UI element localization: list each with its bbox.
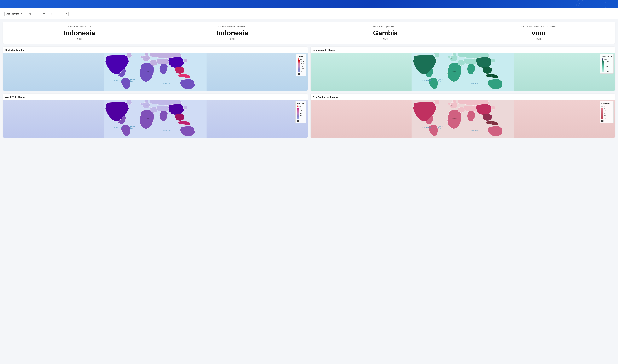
svg-text:Pacific Ocean: Pacific Ocean bbox=[114, 127, 124, 129]
legend-top-val-2: 30 bbox=[299, 105, 301, 107]
stat-sub-0: 2,660 bbox=[6, 38, 153, 40]
legend-title-3: Avg Position bbox=[601, 102, 612, 104]
legend-dot-2 bbox=[297, 105, 298, 107]
svg-text:NORTH: NORTH bbox=[421, 111, 426, 113]
legend-1: Impressions 7,000 7,000 4,667 2,333 bbox=[600, 54, 614, 74]
date-filter-group: Last 6 Months Last 3 Months Last Month L… bbox=[4, 11, 24, 16]
charts-grid: Clicks by Country bbox=[0, 44, 618, 141]
info-icon-2[interactable]: i bbox=[297, 120, 299, 122]
legend-top-val-1: 7,000 bbox=[604, 58, 608, 60]
legend-2: Avg CTR 30 30 24 18 12 6 i bbox=[296, 101, 306, 123]
stat-sub-1: 6,288 bbox=[159, 38, 306, 40]
legend-dot-bar-3: 90 bbox=[601, 105, 612, 107]
info-icon-0[interactable]: i bbox=[298, 73, 300, 75]
svg-text:Atlantic: Atlantic bbox=[438, 78, 443, 80]
svg-text:Oce...: Oce... bbox=[438, 80, 441, 82]
chart-card-0: Clicks by Country bbox=[3, 47, 308, 91]
svg-text:AFRICA: AFRICA bbox=[143, 70, 149, 72]
chart-card-2: Avg CTR by Country bbox=[3, 94, 308, 138]
legend-dot-bar-1: 7,000 bbox=[602, 58, 612, 60]
stat-card-1: Country with Most Impressions Indonesia … bbox=[156, 22, 309, 44]
stat-label-2: Country with Highest Avg CTR bbox=[312, 26, 459, 28]
country-filter-group: All bbox=[50, 11, 69, 16]
svg-text:Oce...: Oce... bbox=[130, 80, 134, 82]
stat-value-2: Gambia bbox=[312, 29, 459, 37]
svg-text:AFRICA: AFRICA bbox=[451, 70, 457, 72]
svg-text:Pacific Ocean: Pacific Ocean bbox=[421, 80, 431, 81]
svg-text:Indian Ocean: Indian Ocean bbox=[470, 83, 479, 84]
map-position: Pacific Ocean Atlantic Oce... Indian Oce… bbox=[310, 100, 615, 138]
svg-text:NORTH: NORTH bbox=[421, 64, 426, 66]
legend-dot-0 bbox=[298, 58, 299, 60]
siteurl-filter-select[interactable]: All bbox=[27, 12, 46, 16]
legend-0: Clicks 2700 2700 2160 1620 1080 5 i bbox=[296, 54, 306, 77]
chart-card-1: Impression by Country bbox=[310, 47, 615, 91]
svg-text:Pacific Ocean: Pacific Ocean bbox=[114, 80, 124, 81]
siteurl-filter-group: All bbox=[27, 11, 46, 16]
legend-top-val-3: 90 bbox=[604, 105, 605, 107]
svg-text:EUR...: EUR... bbox=[451, 58, 455, 59]
stat-card-0: Country with Most Clicks Indonesia 2,660 bbox=[3, 22, 156, 44]
chart-title-2: Avg CTR by Country bbox=[3, 94, 308, 100]
page-header bbox=[0, 0, 618, 8]
legend-dot-bar-2: 30 bbox=[297, 105, 304, 107]
map-impressions: Pacific Ocean Atlantic Oce... Indian Oce… bbox=[310, 52, 615, 91]
svg-text:EUR...: EUR... bbox=[144, 58, 148, 59]
stat-label-3: Country with Highest Avg Site Position bbox=[465, 26, 612, 28]
chart-body-3: Pacific Ocean Atlantic Oce... Indian Oce… bbox=[310, 100, 615, 138]
stat-card-2: Country with Highest Avg CTR Gambia 29.7… bbox=[309, 22, 462, 44]
chart-title-3: Avg Position by Country bbox=[310, 94, 615, 100]
chart-body-1: Pacific Ocean Atlantic Oce... Indian Oce… bbox=[310, 52, 615, 91]
svg-text:AFRICA: AFRICA bbox=[143, 117, 149, 119]
stats-row: Country with Most Clicks Indonesia 2,660… bbox=[3, 22, 615, 44]
svg-text:Indian Ocean: Indian Ocean bbox=[163, 83, 171, 84]
stat-value-0: Indonesia bbox=[6, 29, 153, 37]
stat-label-0: Country with Most Clicks bbox=[6, 26, 153, 28]
svg-text:Pacific Ocean: Pacific Ocean bbox=[421, 127, 431, 129]
date-filter-select[interactable]: Last 6 Months Last 3 Months Last Month L… bbox=[4, 12, 24, 16]
svg-text:Indian Ocean: Indian Ocean bbox=[470, 130, 479, 131]
chart-body-2: Pacific Ocean Atlantic Oce... Indian Oce… bbox=[3, 100, 308, 138]
chart-card-3: Avg Position by Country bbox=[310, 94, 615, 138]
map-clicks: Pacific Ocean Atlantic Oce... Indian Oce… bbox=[3, 52, 308, 91]
chart-body-0: Pacific Ocean Atlantic Oce... Indian Oce… bbox=[3, 52, 308, 91]
stat-label-1: Country with Most Impressions bbox=[159, 26, 306, 28]
svg-text:NORTH: NORTH bbox=[113, 111, 118, 113]
stat-sub-2: 29.72 bbox=[312, 38, 459, 40]
stat-value-3: vnm bbox=[465, 29, 612, 37]
svg-text:Atlantic: Atlantic bbox=[130, 125, 135, 127]
legend-3: Avg Position 90 90 72 54 36 18 i bbox=[600, 101, 614, 123]
filters-bar: Last 6 Months Last 3 Months Last Month L… bbox=[0, 8, 618, 19]
stat-value-1: Indonesia bbox=[159, 29, 306, 37]
svg-text:Atlantic: Atlantic bbox=[130, 78, 135, 80]
svg-text:Indian Ocean: Indian Ocean bbox=[163, 130, 171, 131]
legend-title-2: Avg CTR bbox=[297, 102, 304, 104]
legend-dot-3 bbox=[601, 105, 603, 107]
map-ctr: Pacific Ocean Atlantic Oce... Indian Oce… bbox=[3, 100, 308, 138]
info-icon-3[interactable]: i bbox=[601, 120, 604, 122]
legend-top-val-0: 2700 bbox=[300, 58, 304, 60]
stat-sub-3: 81.00 bbox=[465, 38, 612, 40]
svg-text:AFRICA: AFRICA bbox=[451, 117, 457, 119]
svg-text:NORTH: NORTH bbox=[113, 64, 118, 66]
svg-text:EUR...: EUR... bbox=[451, 105, 455, 106]
stat-card-3: Country with Highest Avg Site Position v… bbox=[462, 22, 615, 44]
legend-title-1: Impressions bbox=[602, 55, 612, 57]
svg-text:Oce...: Oce... bbox=[438, 127, 441, 129]
chart-title-1: Impression by Country bbox=[310, 47, 615, 52]
svg-text:Atlantic: Atlantic bbox=[438, 125, 443, 127]
legend-title-0: Clicks bbox=[298, 55, 304, 57]
country-filter-select[interactable]: All bbox=[50, 12, 69, 16]
chart-title-0: Clicks by Country bbox=[3, 47, 308, 52]
legend-dot-bar-0: 2700 bbox=[298, 58, 304, 60]
svg-text:Oce...: Oce... bbox=[130, 127, 134, 129]
legend-dot-1 bbox=[602, 58, 603, 60]
svg-text:EUR...: EUR... bbox=[144, 105, 148, 106]
